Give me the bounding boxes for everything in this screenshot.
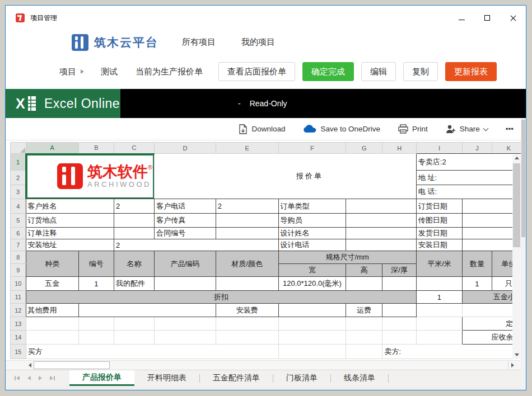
tab-hardware-list[interactable]: 五金配件清单 — [200, 370, 273, 386]
scroll-right-button[interactable] — [508, 361, 517, 370]
row-header-7[interactable]: 7 — [11, 239, 26, 251]
header-sqm[interactable]: 平米/米 — [416, 251, 462, 277]
prev-sheet-button[interactable] — [27, 376, 31, 380]
col-header-c[interactable]: C — [114, 143, 154, 154]
col-header-h[interactable]: H — [382, 143, 416, 154]
col-header-b[interactable]: B — [78, 143, 114, 154]
cell-item-sqm[interactable] — [416, 277, 462, 291]
cell-customer-fax-label[interactable]: 客户传真 — [155, 214, 216, 228]
cell-r12-i[interactable] — [416, 304, 462, 317]
cell-r15-g[interactable] — [346, 345, 382, 359]
cell-guide-value[interactable] — [346, 214, 417, 228]
nav-my-projects[interactable]: 我的项目 — [241, 37, 275, 48]
cell-designer-name-value[interactable] — [346, 228, 417, 239]
scroll-up-button[interactable] — [512, 154, 521, 162]
scroll-left-button[interactable] — [26, 361, 34, 370]
cell-item-material[interactable] — [216, 277, 278, 291]
cell-item-depth[interactable] — [382, 277, 416, 291]
cell-order-note-value[interactable] — [114, 228, 154, 239]
cell-designer-name-label[interactable]: 设计姓名 — [278, 228, 346, 239]
last-sheet-button[interactable] — [50, 376, 55, 380]
cell-r13-g[interactable] — [346, 317, 382, 331]
cell-item-qty[interactable]: 1 — [463, 277, 492, 291]
cell-designer-phone-label[interactable]: 设计电话 — [278, 239, 346, 251]
row-header-9[interactable]: 9 — [11, 264, 26, 277]
update-report-button[interactable]: 更新报表 — [445, 62, 497, 81]
browser-vertical-scrollbar[interactable] — [521, 119, 526, 390]
cell-contract-no-label[interactable]: 合同编号 — [155, 228, 216, 239]
browser-scroll-thumb[interactable] — [521, 120, 525, 237]
cell-r14-h[interactable] — [382, 331, 416, 345]
horizontal-scroll-thumb[interactable] — [34, 361, 110, 369]
cell-r13-d[interactable] — [155, 317, 216, 331]
cell-ship-date-label[interactable]: 发货日期 — [416, 228, 462, 239]
cell-install-addr-value[interactable]: 2 — [114, 239, 278, 251]
tab-cutting-list[interactable]: 开料明细表 — [134, 370, 199, 386]
sheet-vertical-scrollbar[interactable] — [512, 154, 521, 359]
header-name[interactable]: 名称 — [114, 251, 154, 277]
cell-r14-d[interactable] — [155, 331, 216, 345]
row-header-2[interactable]: 2 — [11, 171, 26, 185]
cell-freight-value[interactable] — [382, 304, 416, 317]
cell-r13-a[interactable] — [26, 317, 78, 331]
cell-customer-phone-value[interactable]: 2 — [216, 199, 278, 214]
tab-moulding-list[interactable]: 线条清单 — [331, 370, 388, 386]
cell-discount-value[interactable]: 1 — [416, 291, 462, 304]
row-header-1[interactable]: 1 — [11, 154, 26, 171]
more-commands-button[interactable]: ••• — [506, 125, 514, 133]
save-to-onedrive-button[interactable]: Save to OneDrive — [303, 125, 380, 133]
cell-r13-e[interactable] — [216, 317, 278, 331]
cell-install-fee-value[interactable] — [278, 304, 346, 317]
col-header-f[interactable]: F — [278, 143, 346, 154]
copy-button[interactable]: 复制 — [403, 62, 438, 81]
cell-order-type-label[interactable]: 订单类型 — [278, 199, 346, 214]
cell-r14-i[interactable] — [416, 331, 462, 345]
cell-drawing-date-label[interactable]: 传图日期 — [416, 214, 462, 228]
cell-other-fee-value[interactable] — [78, 304, 216, 317]
cell-order-note-label[interactable]: 订单注释 — [26, 228, 114, 239]
cell-item-code[interactable] — [155, 277, 216, 291]
download-button[interactable]: Download — [239, 124, 285, 134]
edit-button[interactable]: 编辑 — [361, 62, 396, 81]
cell-customer-fax-value[interactable] — [216, 214, 278, 228]
row-header-10[interactable]: 10 — [11, 277, 26, 291]
cell-install-date-label[interactable]: 安装日期 — [416, 239, 462, 251]
cell-r15-f[interactable] — [278, 345, 346, 359]
row-header-4[interactable]: 4 — [11, 199, 26, 214]
cell-order-place-value[interactable] — [114, 214, 154, 228]
select-all-corner[interactable] — [11, 143, 26, 154]
first-sheet-button[interactable] — [15, 376, 20, 380]
cell-item-name[interactable]: 我的配件 — [114, 277, 154, 291]
minimize-button[interactable] — [449, 6, 474, 30]
row-header-5[interactable]: 5 — [11, 214, 26, 228]
next-sheet-button[interactable] — [39, 376, 42, 380]
header-width[interactable]: 宽 — [278, 264, 346, 277]
cell-address[interactable]: 地 址: — [416, 171, 525, 185]
tab-door-panel-list[interactable]: 门板清单 — [273, 370, 330, 386]
cell-customer-phone-label[interactable]: 客户电话 — [155, 199, 216, 214]
header-no[interactable]: 编号 — [78, 251, 114, 277]
cell-r14-f[interactable] — [278, 331, 346, 345]
cell-r14-e[interactable] — [216, 331, 278, 345]
cell-install-addr-label[interactable]: 安装地址 — [26, 239, 114, 251]
row-header-3[interactable]: 3 — [11, 185, 26, 199]
cell-r13-c[interactable] — [114, 317, 154, 331]
row-header-14[interactable]: 14 — [11, 331, 26, 345]
col-header-g[interactable]: G — [346, 143, 382, 154]
cell-freight-label[interactable]: 运费 — [346, 304, 382, 317]
row-header-13[interactable]: 13 — [11, 317, 26, 331]
cell-customer-name-label[interactable]: 客户姓名 — [26, 199, 114, 214]
cell-r14-g[interactable] — [346, 331, 382, 345]
col-header-a[interactable]: A — [26, 143, 78, 154]
cell-designer-phone-value[interactable] — [346, 239, 417, 251]
cell-store[interactable]: 专卖店:2 — [416, 154, 525, 171]
cell-order-type-value[interactable] — [346, 199, 417, 214]
cell-item-no[interactable]: 1 — [78, 277, 114, 291]
col-header-j[interactable]: J — [463, 143, 492, 154]
header-depth[interactable]: 深/厚 — [382, 264, 416, 277]
header-spec[interactable]: 规格尺寸/mm — [278, 251, 416, 264]
cell-item-height[interactable] — [346, 277, 382, 291]
scroll-down-button[interactable] — [512, 351, 521, 359]
row-header-15[interactable]: 15 — [11, 345, 26, 359]
cell-seller[interactable]: 卖方: — [382, 345, 526, 359]
